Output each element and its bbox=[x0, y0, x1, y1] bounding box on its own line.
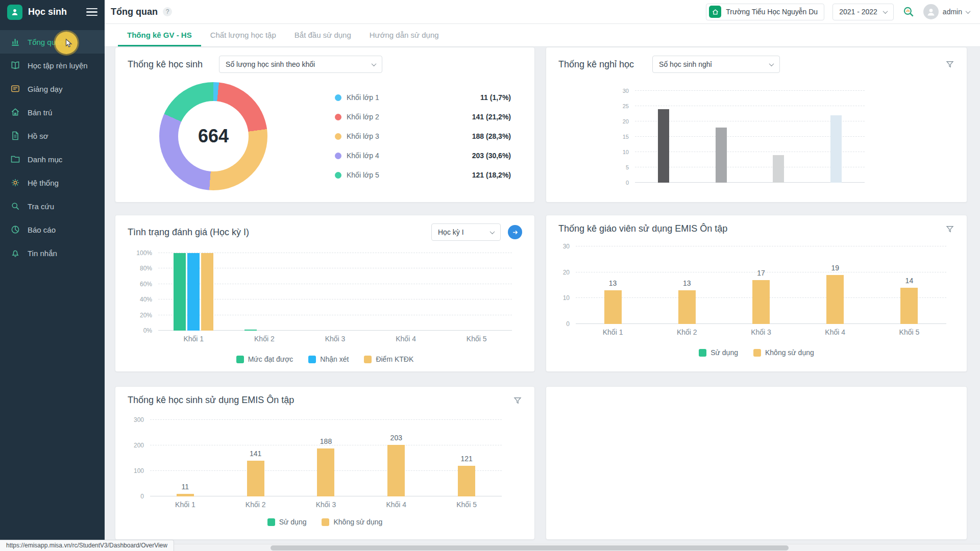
app-title: Học sinh bbox=[28, 7, 86, 17]
tab-huong-dan-su-dung[interactable]: Hướng dẫn sử dụng bbox=[360, 24, 448, 46]
avatar bbox=[923, 4, 939, 19]
select-value: Học kỳ I bbox=[438, 228, 464, 236]
legend-item[interactable]: Sử dụng bbox=[267, 518, 307, 526]
y-tick-label: 100 bbox=[134, 467, 144, 474]
sidebar-item-ban-tru[interactable]: Bán trú bbox=[0, 101, 105, 124]
y-tick-label: 20 bbox=[623, 118, 629, 124]
legend-item[interactable]: Không sử dụng bbox=[322, 518, 382, 526]
legend-dot bbox=[335, 114, 341, 120]
legend-swatch bbox=[699, 349, 706, 357]
legend-item[interactable]: Khối lớp 4 203 (30,6%) bbox=[335, 149, 511, 162]
tab-bat-dau-su-dung[interactable]: Bắt đầu sử dụng bbox=[285, 24, 360, 46]
sidebar-item-danh-muc[interactable]: Danh mục bbox=[0, 147, 105, 171]
legend-label: Khối lớp 3 bbox=[347, 132, 472, 140]
legend-item[interactable]: Sử dụng bbox=[699, 348, 738, 357]
category-label: Khối 3 bbox=[300, 335, 371, 343]
sidebar-item-tra-cuu[interactable]: Tra cứu bbox=[0, 194, 105, 218]
legend-label: Không sử dụng bbox=[333, 518, 382, 526]
chevron-down-icon bbox=[372, 61, 377, 66]
students-stat-select[interactable]: Số lượng học sinh theo khối bbox=[219, 56, 382, 73]
sidebar-item-ho-so[interactable]: Hồ sơ bbox=[0, 124, 105, 147]
donut-total: 664 bbox=[198, 126, 229, 147]
y-tick-label: 0 bbox=[626, 180, 629, 186]
legend-swatch bbox=[236, 356, 244, 363]
legend-item[interactable]: Nhận xét bbox=[308, 355, 349, 363]
magnifier-icon bbox=[10, 201, 20, 211]
sidebar-item-tin-nhan[interactable]: Tin nhắn bbox=[0, 241, 105, 265]
document-icon bbox=[10, 131, 20, 141]
bar-value-label: 121 bbox=[460, 455, 472, 463]
legend-item[interactable]: Khối lớp 1 11 (1,7%) bbox=[335, 91, 511, 104]
sidebar-item-tong-quan[interactable]: Tổng quan bbox=[0, 30, 105, 54]
sidebar-item-hoc-tap-ren-luyen[interactable]: Học tập rèn luyện bbox=[0, 54, 105, 77]
category-label: Khối 2 bbox=[229, 335, 300, 343]
emis-dashboard-screen: Học sinh Tổng quan ? Trường Tiểu Học Ngu… bbox=[0, 0, 980, 551]
y-tick-label: 30 bbox=[623, 88, 629, 94]
tab-chat-luong-hoc-tap[interactable]: Chất lượng học tập bbox=[201, 24, 285, 46]
category-label: Khối 4 bbox=[361, 500, 431, 509]
folder-icon bbox=[10, 154, 20, 164]
sidebar-item-label: Tra cứu bbox=[28, 202, 54, 211]
bar-value-label: 141 bbox=[250, 449, 261, 458]
school-house-icon bbox=[709, 6, 721, 18]
next-arrow-button[interactable] bbox=[508, 225, 522, 239]
filter-icon[interactable] bbox=[945, 60, 954, 69]
bar: 13 bbox=[604, 290, 622, 324]
bar-value-label: 203 bbox=[390, 434, 402, 442]
topbar: Học sinh Tổng quan ? Trường Tiểu Học Ngu… bbox=[0, 0, 980, 24]
help-icon[interactable]: ? bbox=[163, 7, 172, 16]
user-menu[interactable]: admin bbox=[923, 4, 970, 19]
legend-item[interactable]: Khối lớp 2 141 (21,2%) bbox=[335, 110, 511, 123]
lesson-board-icon bbox=[10, 84, 20, 94]
sidebar-item-label: Tin nhắn bbox=[28, 249, 57, 258]
legend-label: Khối lớp 4 bbox=[347, 152, 472, 160]
legend-value: 188 (28,3%) bbox=[472, 132, 511, 140]
school-year-select[interactable]: 2021 - 2022 bbox=[832, 4, 894, 20]
semester-select[interactable]: Học kỳ I bbox=[431, 223, 501, 241]
legend-item[interactable]: Mức đạt được bbox=[236, 355, 293, 363]
bar: 203 bbox=[387, 445, 405, 497]
absence-bar-chart: 051015202530 bbox=[635, 91, 865, 183]
card-title: Thống kê giáo viên sử dụng EMIS Ôn tập bbox=[558, 223, 727, 234]
card-hoc-sinh-emis: Thống kê học sinh sử dụng EMIS Ôn tập 01… bbox=[115, 386, 535, 540]
chevron-down-icon bbox=[769, 61, 774, 66]
status-url-tooltip: https://emisapp.misa.vn/rc/StudentV3/Das… bbox=[0, 540, 174, 551]
bar: 17 bbox=[752, 280, 770, 324]
sidebar-item-label: Báo cáo bbox=[28, 226, 56, 234]
legend-item[interactable]: Khối lớp 5 121 (18,2%) bbox=[335, 168, 511, 182]
legend-label: Khối lớp 1 bbox=[347, 93, 480, 102]
students-emis-legend: Sử dụng Không sử dụng bbox=[128, 518, 522, 526]
y-tick-label: 10 bbox=[623, 149, 629, 155]
sidebar-item-he-thong[interactable]: Hệ thống bbox=[0, 171, 105, 194]
tab-thong-ke-gv-hs[interactable]: Thống kê GV - HS bbox=[118, 24, 201, 46]
donut-area: 664 Khối lớp 1 11 (1,7%) Khối lớp 2 141 … bbox=[128, 82, 522, 190]
bar bbox=[174, 253, 186, 331]
filter-icon[interactable] bbox=[513, 396, 522, 405]
absence-stat-select[interactable]: Số học sinh nghỉ bbox=[652, 56, 780, 73]
y-tick-label: 100% bbox=[136, 249, 152, 257]
search-icon[interactable] bbox=[902, 5, 915, 18]
legend-item[interactable]: Không sử dụng bbox=[753, 348, 814, 357]
legend-value: 203 (30,6%) bbox=[472, 152, 511, 160]
legend-item[interactable]: Khối lớp 3 188 (28,3%) bbox=[335, 130, 511, 143]
bar-chart-icon bbox=[10, 37, 20, 47]
topbar-right: Trường Tiểu Học Nguyễn Du 2021 - 2022 ad… bbox=[706, 4, 970, 20]
school-selector[interactable]: Trường Tiểu Học Nguyễn Du bbox=[706, 4, 824, 20]
sidebar-item-giang-day[interactable]: Giảng dạy bbox=[0, 77, 105, 101]
bar: 11 bbox=[177, 494, 194, 497]
y-tick-label: 25 bbox=[623, 103, 629, 109]
school-year-value: 2021 - 2022 bbox=[839, 8, 877, 16]
bar-value-label: 11 bbox=[182, 483, 189, 491]
school-name: Trường Tiểu Học Nguyễn Du bbox=[726, 8, 818, 16]
filter-icon[interactable] bbox=[945, 224, 954, 234]
category-label: Khối 2 bbox=[650, 328, 724, 336]
sidebar-item-bao-cao[interactable]: Báo cáo bbox=[0, 218, 105, 241]
scrollbar-thumb[interactable] bbox=[271, 545, 789, 550]
menu-toggle-icon[interactable] bbox=[86, 8, 97, 16]
legend-label: Không sử dụng bbox=[765, 348, 814, 357]
bar bbox=[716, 128, 727, 183]
legend-item[interactable]: Điểm KTĐK bbox=[364, 355, 413, 363]
legend-dot bbox=[335, 94, 341, 101]
bar-value-label: 188 bbox=[320, 437, 332, 445]
card-giao-vien-emis: Thống kê giáo viên sử dụng EMIS Ôn tập 0… bbox=[546, 215, 967, 372]
